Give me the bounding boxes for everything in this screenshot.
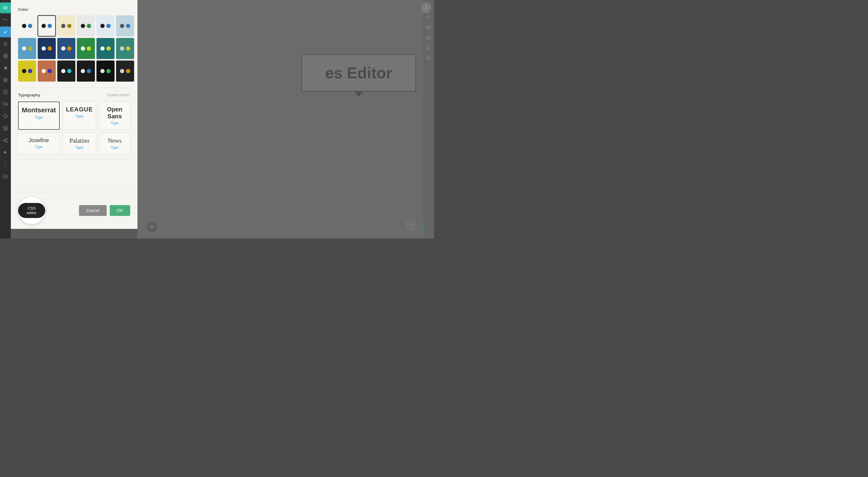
font-card-opensans[interactable]: Open Sans Type (99, 101, 130, 130)
svg-point-8 (4, 127, 5, 128)
font-type-league: Type (66, 114, 93, 118)
dot (48, 24, 52, 28)
color-swatch-6[interactable] (18, 38, 36, 59)
sidebar-item-check[interactable] (0, 27, 11, 37)
dot (106, 46, 111, 50)
dot (120, 24, 124, 28)
dot (41, 46, 46, 50)
color-swatch-0[interactable] (18, 15, 36, 36)
color-swatch-15[interactable] (77, 61, 95, 81)
sidebar-item-more[interactable]: ⋮ (0, 159, 11, 170)
dot (87, 69, 91, 73)
dot (87, 24, 91, 28)
color-swatch-16[interactable] (96, 61, 115, 81)
dot (81, 46, 85, 50)
font-grid: Montserrat Type LEAGUE Type Open Sans Ty… (18, 101, 130, 154)
color-swatch-10[interactable] (96, 38, 115, 59)
font-type-opensans: Type (102, 121, 127, 125)
dot (48, 69, 52, 73)
sidebar-item-eye[interactable] (0, 2, 11, 13)
font-type-palatino: Type (66, 145, 93, 150)
svg-point-0 (5, 7, 6, 8)
svg-point-9 (6, 138, 7, 139)
font-card-palatino[interactable]: Palatino Type (63, 133, 96, 154)
css-editor-button[interactable]: CSS editor (18, 203, 45, 218)
modal-panel: Color (11, 0, 137, 229)
color-swatch-5[interactable] (116, 15, 134, 36)
font-name-josefine: Josefine (22, 137, 56, 144)
font-type-news: Type (102, 145, 127, 150)
dot (126, 69, 130, 73)
sidebar-item-cloud-down[interactable] (0, 111, 11, 122)
font-name-news: News (102, 137, 127, 144)
font-name-league: LEAGUE (66, 106, 93, 113)
color-swatch-4[interactable] (96, 15, 115, 36)
typography-header: Typography Custom fonts? (18, 93, 130, 97)
dot (126, 46, 130, 50)
sidebar-item-share[interactable] (0, 135, 11, 146)
sidebar-item-play[interactable] (0, 147, 11, 158)
color-swatch-3[interactable] (77, 15, 95, 36)
font-card-news[interactable]: News Type (99, 133, 130, 154)
color-swatch-14[interactable] (57, 61, 75, 81)
font-card-montserrat[interactable]: Montserrat Type (18, 101, 60, 130)
dot (41, 69, 46, 73)
css-editor-circle: CSS editor (18, 197, 45, 224)
font-card-league[interactable]: LEAGUE Type (63, 101, 96, 130)
custom-fonts-link[interactable]: Custom fonts? (107, 93, 130, 97)
sidebar-item-clock[interactable] (0, 87, 11, 98)
typography-section-label: Typography (18, 93, 40, 97)
svg-line-13 (5, 139, 6, 140)
cancel-button[interactable]: Cancel (79, 205, 107, 216)
svg-point-10 (4, 140, 5, 141)
sidebar-item-undo[interactable] (0, 14, 11, 25)
dot (87, 46, 91, 50)
font-card-josefine[interactable]: Josefine Type (18, 133, 60, 154)
color-swatch-1[interactable] (38, 15, 56, 36)
dot (61, 24, 65, 28)
sidebar-item-menu[interactable] (0, 171, 11, 182)
dot (28, 69, 32, 73)
dot (67, 69, 71, 73)
dot (100, 69, 104, 73)
main-content: Color (11, 0, 434, 238)
color-swatch-17[interactable] (116, 61, 134, 81)
dot (28, 46, 32, 50)
sidebar-item-layers[interactable] (0, 75, 11, 86)
dot (22, 46, 26, 50)
sidebar-item-cloud-up[interactable] (0, 99, 11, 110)
action-buttons: Cancel OK (79, 205, 130, 216)
svg-point-11 (6, 141, 7, 142)
color-swatch-13[interactable] (38, 61, 56, 81)
dot (67, 24, 71, 28)
dot (100, 46, 104, 50)
dot (41, 24, 46, 28)
color-grid (18, 15, 130, 81)
color-swatch-7[interactable] (38, 38, 56, 59)
color-swatch-8[interactable] (57, 38, 75, 59)
dot (61, 46, 65, 50)
sidebar-item-image[interactable] (0, 123, 11, 134)
font-type-montserrat: Type (22, 115, 56, 120)
color-swatch-2[interactable] (57, 15, 75, 36)
dot (48, 46, 52, 50)
sidebar-item-gear[interactable] (0, 50, 11, 61)
color-swatch-9[interactable] (77, 38, 95, 59)
svg-point-2 (5, 56, 6, 57)
ok-button[interactable]: OK (110, 205, 130, 216)
dot (22, 69, 26, 73)
color-swatch-12[interactable] (18, 61, 36, 81)
dot (61, 69, 65, 73)
sidebar-item-lock[interactable] (0, 39, 11, 49)
divider-2 (18, 159, 130, 159)
font-name-opensans: Open Sans (102, 106, 127, 120)
dot (126, 24, 130, 28)
modal-overlay: Color (11, 0, 434, 238)
color-swatch-11[interactable] (116, 38, 134, 59)
sidebar-item-close[interactable]: ✕ (0, 63, 11, 73)
dot (106, 24, 111, 28)
color-section-label: Color (18, 7, 130, 12)
dot (100, 24, 104, 28)
dot (120, 46, 124, 50)
dot (81, 24, 85, 28)
